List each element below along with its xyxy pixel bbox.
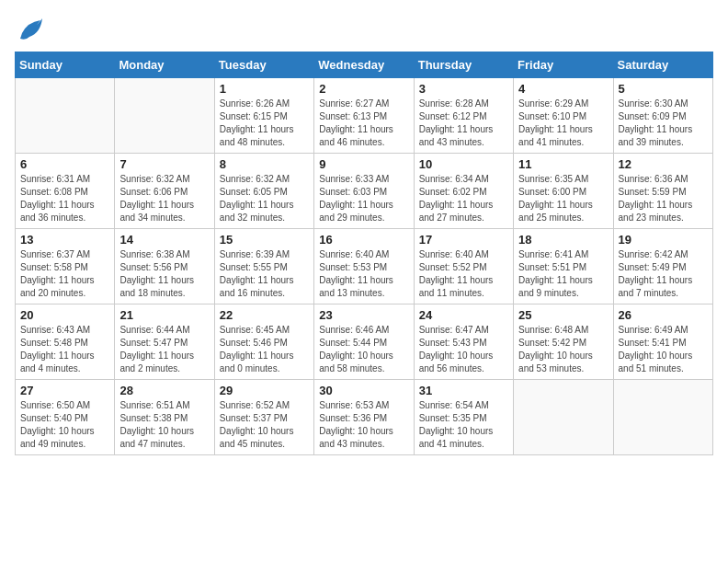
day-number: 10: [419, 157, 508, 171]
calendar-table: SundayMondayTuesdayWednesdayThursdayFrid…: [15, 52, 713, 455]
day-info: Sunrise: 6:52 AM Sunset: 5:37 PM Dayligh…: [220, 399, 309, 451]
calendar-cell: 25Sunrise: 6:48 AM Sunset: 5:42 PM Dayli…: [514, 304, 613, 380]
calendar-cell: 11Sunrise: 6:35 AM Sunset: 6:00 PM Dayli…: [514, 154, 613, 229]
calendar-cell: 9Sunrise: 6:33 AM Sunset: 6:03 PM Daylig…: [314, 154, 414, 229]
calendar-cell: 5Sunrise: 6:30 AM Sunset: 6:09 PM Daylig…: [613, 78, 712, 154]
day-info: Sunrise: 6:33 AM Sunset: 6:03 PM Dayligh…: [319, 173, 408, 224]
calendar-cell: 19Sunrise: 6:42 AM Sunset: 5:49 PM Dayli…: [613, 229, 712, 304]
calendar-cell: 23Sunrise: 6:46 AM Sunset: 5:44 PM Dayli…: [314, 304, 414, 380]
calendar-cell: 2Sunrise: 6:27 AM Sunset: 6:13 PM Daylig…: [314, 78, 414, 154]
calendar-cell: 14Sunrise: 6:38 AM Sunset: 5:56 PM Dayli…: [115, 229, 214, 304]
day-number: 15: [220, 233, 309, 247]
calendar-cell: 31Sunrise: 6:54 AM Sunset: 5:35 PM Dayli…: [414, 380, 513, 455]
day-info: Sunrise: 6:26 AM Sunset: 6:15 PM Dayligh…: [220, 98, 309, 149]
day-info: Sunrise: 6:38 AM Sunset: 5:56 PM Dayligh…: [119, 248, 209, 300]
day-info: Sunrise: 6:44 AM Sunset: 5:47 PM Dayligh…: [119, 324, 209, 375]
day-info: Sunrise: 6:54 AM Sunset: 5:35 PM Dayligh…: [419, 399, 508, 451]
calendar-cell: 7Sunrise: 6:32 AM Sunset: 6:06 PM Daylig…: [115, 154, 214, 229]
day-number: 9: [319, 157, 408, 171]
calendar-cell: [613, 380, 712, 455]
calendar-cell: 1Sunrise: 6:26 AM Sunset: 6:15 PM Daylig…: [214, 78, 313, 154]
day-info: Sunrise: 6:30 AM Sunset: 6:09 PM Dayligh…: [619, 98, 708, 149]
day-number: 22: [220, 308, 309, 322]
calendar-cell: 10Sunrise: 6:34 AM Sunset: 6:02 PM Dayli…: [414, 154, 513, 229]
day-info: Sunrise: 6:36 AM Sunset: 5:59 PM Dayligh…: [619, 173, 708, 224]
calendar-cell: 27Sunrise: 6:50 AM Sunset: 5:40 PM Dayli…: [16, 380, 115, 455]
day-number: 30: [319, 384, 408, 397]
day-number: 6: [20, 157, 109, 171]
day-number: 7: [119, 157, 209, 171]
calendar-cell: 26Sunrise: 6:49 AM Sunset: 5:41 PM Dayli…: [613, 304, 712, 380]
calendar-cell: 18Sunrise: 6:41 AM Sunset: 5:51 PM Dayli…: [514, 229, 613, 304]
calendar-cell: [115, 78, 214, 154]
day-number: 2: [319, 82, 408, 96]
calendar-cell: 17Sunrise: 6:40 AM Sunset: 5:52 PM Dayli…: [414, 229, 513, 304]
day-info: Sunrise: 6:37 AM Sunset: 5:58 PM Dayligh…: [20, 248, 109, 300]
day-number: 23: [319, 308, 408, 322]
day-number: 29: [220, 384, 309, 397]
day-header-wednesday: Wednesday: [314, 52, 414, 78]
page-header: [15, 15, 713, 44]
day-header-sunday: Sunday: [16, 52, 115, 78]
day-number: 13: [20, 233, 109, 247]
day-info: Sunrise: 6:31 AM Sunset: 6:08 PM Dayligh…: [20, 173, 109, 224]
calendar-cell: 30Sunrise: 6:53 AM Sunset: 5:36 PM Dayli…: [314, 380, 414, 455]
day-info: Sunrise: 6:45 AM Sunset: 5:46 PM Dayligh…: [220, 324, 309, 375]
day-number: 5: [619, 82, 708, 96]
calendar-cell: 4Sunrise: 6:29 AM Sunset: 6:10 PM Daylig…: [514, 78, 613, 154]
day-header-saturday: Saturday: [613, 52, 712, 78]
day-info: Sunrise: 6:39 AM Sunset: 5:55 PM Dayligh…: [220, 248, 309, 300]
day-header-monday: Monday: [115, 52, 214, 78]
day-info: Sunrise: 6:34 AM Sunset: 6:02 PM Dayligh…: [419, 173, 508, 224]
calendar-cell: [16, 78, 115, 154]
calendar-cell: 28Sunrise: 6:51 AM Sunset: 5:38 PM Dayli…: [115, 380, 214, 455]
day-info: Sunrise: 6:29 AM Sunset: 6:10 PM Dayligh…: [518, 98, 608, 149]
calendar-cell: 15Sunrise: 6:39 AM Sunset: 5:55 PM Dayli…: [214, 229, 313, 304]
day-number: 26: [619, 308, 708, 322]
day-number: 3: [419, 82, 508, 96]
day-number: 21: [119, 308, 209, 322]
day-info: Sunrise: 6:51 AM Sunset: 5:38 PM Dayligh…: [119, 399, 209, 451]
day-info: Sunrise: 6:43 AM Sunset: 5:48 PM Dayligh…: [20, 324, 109, 375]
logo-bird-icon: [15, 15, 44, 44]
calendar-cell: 8Sunrise: 6:32 AM Sunset: 6:05 PM Daylig…: [214, 154, 313, 229]
calendar-cell: [514, 380, 613, 455]
day-number: 31: [419, 384, 508, 397]
day-info: Sunrise: 6:53 AM Sunset: 5:36 PM Dayligh…: [319, 399, 408, 451]
day-number: 11: [518, 157, 608, 171]
day-number: 17: [419, 233, 508, 247]
day-info: Sunrise: 6:41 AM Sunset: 5:51 PM Dayligh…: [518, 248, 608, 300]
day-header-thursday: Thursday: [414, 52, 513, 78]
calendar-cell: 13Sunrise: 6:37 AM Sunset: 5:58 PM Dayli…: [16, 229, 115, 304]
day-header-friday: Friday: [514, 52, 613, 78]
day-number: 4: [518, 82, 608, 96]
calendar-cell: 3Sunrise: 6:28 AM Sunset: 6:12 PM Daylig…: [414, 78, 513, 154]
day-info: Sunrise: 6:47 AM Sunset: 5:43 PM Dayligh…: [419, 324, 508, 375]
calendar-cell: 12Sunrise: 6:36 AM Sunset: 5:59 PM Dayli…: [613, 154, 712, 229]
day-info: Sunrise: 6:27 AM Sunset: 6:13 PM Dayligh…: [319, 98, 408, 149]
day-info: Sunrise: 6:50 AM Sunset: 5:40 PM Dayligh…: [20, 399, 109, 451]
day-info: Sunrise: 6:49 AM Sunset: 5:41 PM Dayligh…: [619, 324, 708, 375]
day-info: Sunrise: 6:48 AM Sunset: 5:42 PM Dayligh…: [518, 324, 608, 375]
day-number: 25: [518, 308, 608, 322]
calendar-cell: 21Sunrise: 6:44 AM Sunset: 5:47 PM Dayli…: [115, 304, 214, 380]
logo: [15, 15, 48, 44]
day-info: Sunrise: 6:42 AM Sunset: 5:49 PM Dayligh…: [619, 248, 708, 300]
day-info: Sunrise: 6:28 AM Sunset: 6:12 PM Dayligh…: [419, 98, 508, 149]
day-header-tuesday: Tuesday: [214, 52, 313, 78]
day-number: 14: [119, 233, 209, 247]
calendar-cell: 6Sunrise: 6:31 AM Sunset: 6:08 PM Daylig…: [16, 154, 115, 229]
calendar-cell: 20Sunrise: 6:43 AM Sunset: 5:48 PM Dayli…: [16, 304, 115, 380]
calendar-cell: 24Sunrise: 6:47 AM Sunset: 5:43 PM Dayli…: [414, 304, 513, 380]
day-info: Sunrise: 6:32 AM Sunset: 6:05 PM Dayligh…: [220, 173, 309, 224]
day-number: 12: [619, 157, 708, 171]
day-number: 19: [619, 233, 708, 247]
calendar-cell: 29Sunrise: 6:52 AM Sunset: 5:37 PM Dayli…: [214, 380, 313, 455]
day-info: Sunrise: 6:32 AM Sunset: 6:06 PM Dayligh…: [119, 173, 209, 224]
day-number: 18: [518, 233, 608, 247]
day-number: 20: [20, 308, 109, 322]
day-info: Sunrise: 6:40 AM Sunset: 5:52 PM Dayligh…: [419, 248, 508, 300]
calendar-cell: 22Sunrise: 6:45 AM Sunset: 5:46 PM Dayli…: [214, 304, 313, 380]
day-number: 27: [20, 384, 109, 397]
day-number: 8: [220, 157, 309, 171]
